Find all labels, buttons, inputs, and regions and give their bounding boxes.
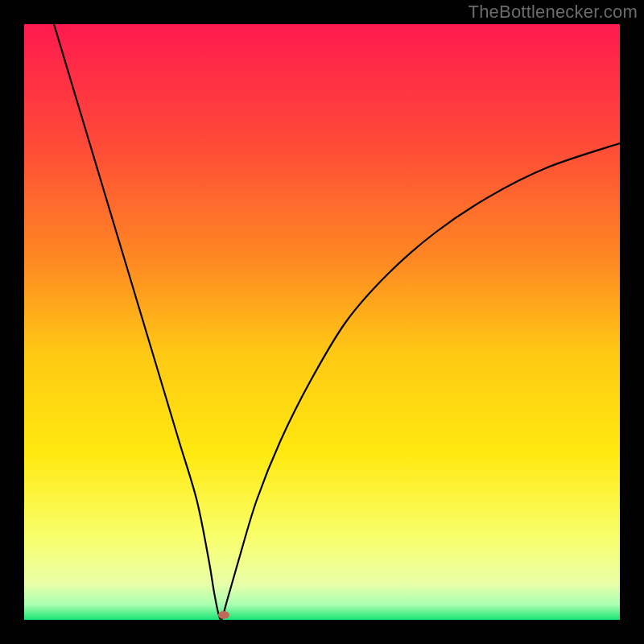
plot-area: [24, 24, 620, 620]
watermark-text: TheBottlenecker.com: [469, 2, 638, 23]
chart-frame: TheBottlenecker.com: [0, 0, 644, 644]
gradient-background: [24, 24, 620, 620]
bottleneck-chart: [24, 24, 620, 620]
optimum-marker: [218, 611, 229, 619]
